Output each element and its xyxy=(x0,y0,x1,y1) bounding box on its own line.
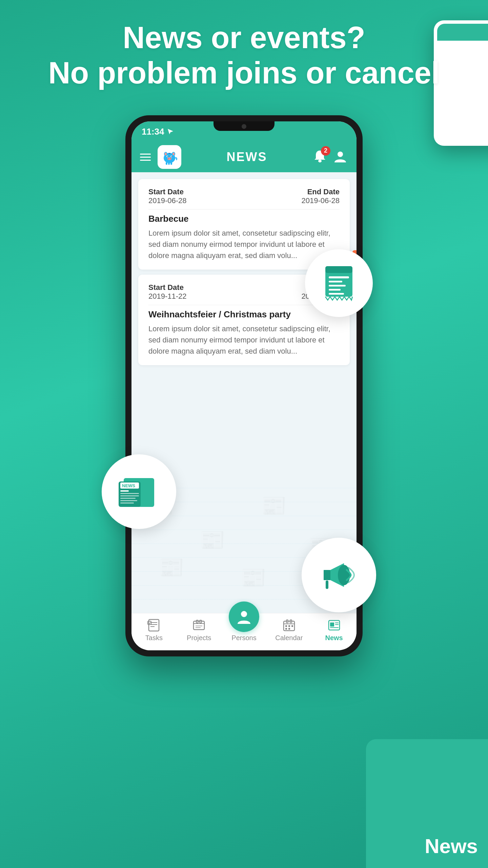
svg-rect-5 xyxy=(329,276,349,278)
tasks-icon xyxy=(147,618,161,632)
persons-icon xyxy=(236,609,252,625)
start-date-col-1: Start Date 2019-06-28 xyxy=(148,188,187,205)
bottom-nav-news[interactable]: News xyxy=(311,618,357,642)
svg-rect-36 xyxy=(168,153,170,154)
news-corner-label: News xyxy=(366,739,488,868)
bell-button[interactable]: 2 xyxy=(312,149,328,165)
svg-text:📰: 📰 xyxy=(261,494,287,518)
status-time: 11:34 xyxy=(142,126,174,137)
svg-rect-38 xyxy=(168,162,170,165)
svg-text:📰: 📰 xyxy=(241,566,266,590)
phone-frame: NEWS xyxy=(125,115,363,656)
svg-rect-16 xyxy=(120,495,139,496)
phone-mockup: NEWS xyxy=(125,115,363,656)
svg-rect-71 xyxy=(330,623,334,627)
float-news-receipt-icon xyxy=(305,249,373,317)
svg-point-32 xyxy=(171,156,172,156)
svg-rect-19 xyxy=(120,502,134,504)
start-date-label-1: Start Date xyxy=(148,188,187,196)
nav-title: NEWS xyxy=(188,150,306,164)
svg-point-31 xyxy=(167,156,168,156)
receipt-icon xyxy=(320,264,358,302)
svg-rect-15 xyxy=(120,493,139,494)
header-line1: News or events? xyxy=(0,20,488,56)
svg-rect-18 xyxy=(120,500,137,501)
start-date-col-2: Start Date 2019-11-22 xyxy=(148,283,187,301)
bottom-nav: Tasks Projects xyxy=(131,613,357,650)
start-date-value-1: 2019-06-28 xyxy=(148,196,187,205)
hamburger-menu-button[interactable] xyxy=(140,154,151,161)
phone-notch xyxy=(214,121,274,131)
svg-point-35 xyxy=(170,158,171,159)
nav-icons: 2 xyxy=(312,149,348,165)
end-date-label-1: End Date xyxy=(301,188,340,196)
bottom-nav-tasks[interactable]: Tasks xyxy=(131,618,177,642)
news-body-1: Lorem ipsum dolor sit amet, consetetur s… xyxy=(148,228,340,261)
news-title-2: Weihnachtsfeier / Christmas party xyxy=(148,309,340,320)
svg-point-40 xyxy=(318,160,322,162)
app-logo xyxy=(158,145,181,169)
start-date-label-2: Start Date xyxy=(148,283,187,292)
news-card-1-dates: Start Date 2019-06-28 End Date 2019-06-2… xyxy=(148,188,340,205)
svg-text:📰: 📰 xyxy=(159,555,184,579)
projects-label: Projects xyxy=(187,634,211,642)
piggy-logo xyxy=(160,148,179,166)
calendar-icon xyxy=(282,618,296,632)
svg-text:📰: 📰 xyxy=(200,528,225,552)
svg-point-33 xyxy=(167,157,171,160)
svg-rect-17 xyxy=(120,498,136,499)
float-megaphone-icon xyxy=(302,538,376,612)
projects-icon xyxy=(192,618,206,632)
svg-rect-4 xyxy=(325,266,352,273)
profile-button[interactable] xyxy=(333,149,348,165)
svg-rect-14 xyxy=(120,490,129,492)
start-date-value-2: 2019-11-22 xyxy=(148,292,187,301)
bottom-nav-calendar[interactable]: Calendar xyxy=(266,618,311,642)
bottom-nav-persons[interactable]: Persons xyxy=(222,601,267,642)
svg-text:NEWS: NEWS xyxy=(122,483,135,488)
svg-point-28 xyxy=(172,153,175,155)
location-arrow-icon xyxy=(167,128,174,135)
divider-1 xyxy=(148,209,340,210)
svg-rect-66 xyxy=(288,625,290,627)
calendar-label: Calendar xyxy=(275,634,303,642)
divider-2 xyxy=(148,305,340,305)
profile-icon xyxy=(333,149,348,164)
camera xyxy=(242,124,246,129)
persons-nav-circle xyxy=(229,601,259,632)
svg-rect-67 xyxy=(291,625,293,627)
svg-point-41 xyxy=(338,152,343,157)
header-line2: No problem joins or cancel xyxy=(0,56,488,91)
svg-rect-7 xyxy=(329,285,346,287)
nav-bar: NEWS 2 xyxy=(131,142,357,172)
svg-rect-6 xyxy=(329,281,342,282)
svg-rect-22 xyxy=(326,580,328,589)
notification-badge: 2 xyxy=(321,146,330,156)
float-newspaper-icon: NEWS xyxy=(102,454,176,529)
news-title-1: Barbecue xyxy=(148,214,340,224)
news-corner-text: News xyxy=(425,834,478,858)
bottom-nav-projects[interactable]: Projects xyxy=(177,618,222,642)
svg-rect-8 xyxy=(329,289,341,291)
news-label: News xyxy=(325,634,343,642)
end-date-col-1: End Date 2019-06-28 xyxy=(301,188,340,205)
megaphone-svg xyxy=(317,555,361,595)
svg-rect-68 xyxy=(285,628,287,630)
svg-rect-69 xyxy=(288,628,290,630)
tasks-label: Tasks xyxy=(145,634,163,642)
news-icon xyxy=(327,618,341,632)
newspaper-icon: NEWS xyxy=(117,471,161,512)
news-list: Start Date 2019-06-28 End Date 2019-06-2… xyxy=(131,172,357,477)
svg-point-34 xyxy=(168,158,169,159)
svg-point-27 xyxy=(165,153,167,155)
header-section: News or events? No problem joins or canc… xyxy=(0,20,488,91)
svg-rect-55 xyxy=(194,621,204,630)
persons-label: Persons xyxy=(231,634,256,642)
svg-rect-37 xyxy=(166,162,167,165)
svg-point-60 xyxy=(241,611,247,617)
news-body-2: Lorem ipsum dolor sit amet, consetetur s… xyxy=(148,323,340,357)
svg-rect-20 xyxy=(324,570,330,580)
svg-rect-39 xyxy=(170,162,172,165)
end-date-value-1: 2019-06-28 xyxy=(301,196,340,205)
svg-rect-65 xyxy=(285,625,287,627)
